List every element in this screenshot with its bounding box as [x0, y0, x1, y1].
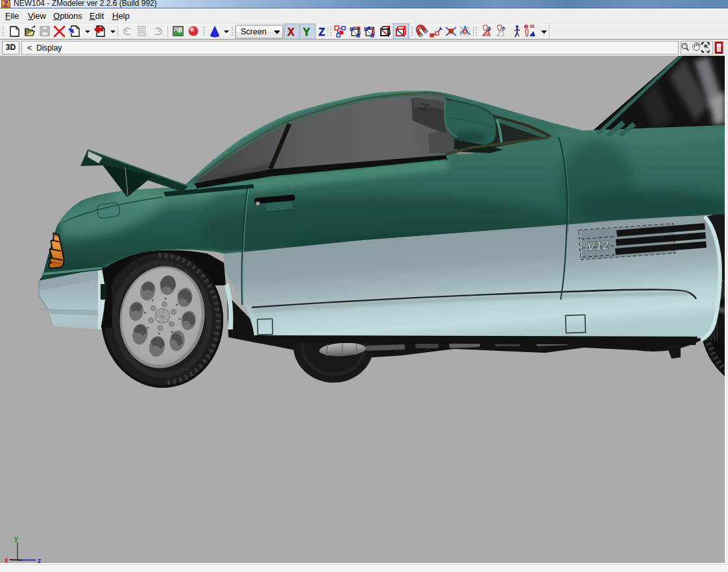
- svg-text:x: x: [5, 556, 8, 563]
- svg-text:Y: Y: [303, 27, 310, 38]
- svg-text:V12: V12: [587, 239, 610, 254]
- svg-text:Z: Z: [319, 27, 325, 38]
- svg-text:z: z: [38, 556, 41, 564]
- svg-text:X: X: [287, 27, 295, 38]
- svg-text:Screen: Screen: [241, 27, 267, 36]
- svg-text:y: y: [14, 534, 18, 542]
